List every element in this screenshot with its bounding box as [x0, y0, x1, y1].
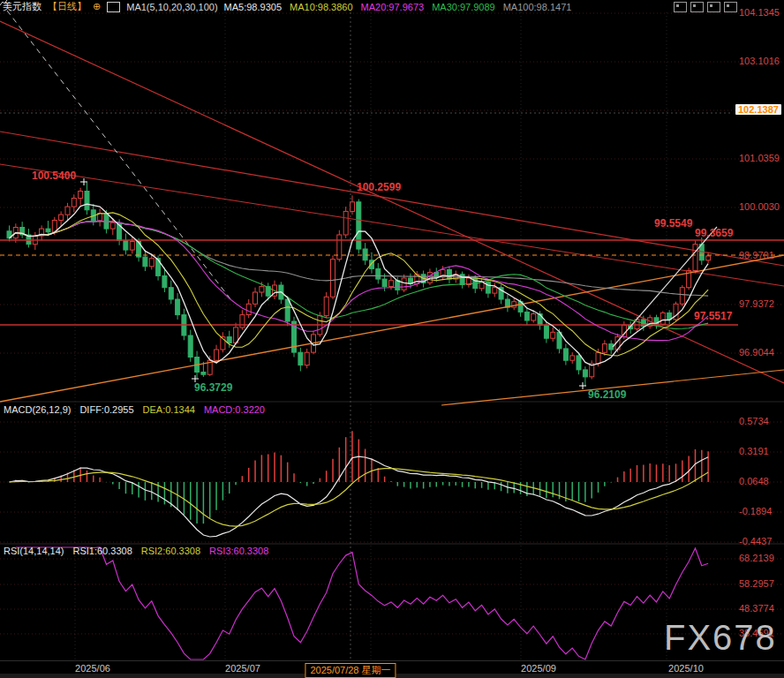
axis-value: 98.9701 — [739, 250, 774, 260]
date-label: 2025/09 — [521, 663, 556, 674]
rsi2-value: RSI2:60.3308 — [141, 546, 200, 556]
macd-value: MACD:0.3220 — [204, 404, 265, 415]
macd-diff-value: DIFF:0.2955 — [79, 404, 133, 415]
axis-value: 100.0030 — [739, 201, 780, 212]
axis-value: 58.2957 — [739, 578, 774, 589]
axis-value: 101.0359 — [739, 153, 780, 163]
window-layout-icons — [674, 2, 737, 12]
page-title: 美元指数 — [3, 0, 41, 13]
ma-settings-label[interactable]: MA1(5,10,20,30,100) — [126, 2, 217, 12]
axis-value: 68.2139 — [739, 553, 774, 563]
axis-value: 103.1016 — [739, 56, 780, 66]
ma10-legend: MA10:98.3860 — [290, 2, 353, 12]
price-annotation: 96.3729 — [194, 381, 232, 394]
date-axis: 2025/062025/072025/07/28 星期一2025/092025/… — [0, 660, 784, 674]
watermark: FX678 — [664, 618, 777, 658]
axis-value-highlighted: 102.1387 — [735, 104, 781, 115]
chart-header: 美元指数 【日线】 ⊕ MA1(5,10,20,30,100) MA5:98.9… — [0, 0, 784, 13]
rsi-legend: RSI(14,14,14) RSI1:60.3308 RSI2:60.3308 … — [4, 546, 268, 556]
price-annotation: 97.5517 — [694, 310, 732, 322]
add-icon[interactable]: ⊕ — [93, 2, 101, 11]
ma5-legend: MA5:98.9305 — [224, 2, 282, 12]
chart-canvas[interactable] — [0, 0, 784, 678]
rsi1-value: RSI1:60.3308 — [72, 546, 132, 556]
macd-dea-value: DEA:0.1344 — [143, 404, 195, 415]
axis-value: 0.5734 — [739, 416, 769, 426]
date-label: 2025/07 — [225, 663, 260, 674]
rsi3-value: RSI3:60.3308 — [209, 546, 268, 556]
price-annotation: 96.2109 — [588, 388, 626, 401]
date-label: 2025/10 — [668, 663, 704, 674]
date-label: 2025/06 — [75, 663, 110, 674]
axis-value: 96.9044 — [739, 347, 774, 358]
axis-value: 97.9372 — [739, 298, 774, 309]
layout-icon-3[interactable] — [707, 2, 720, 12]
ma-legend: MA5:98.9305MA10:98.3860MA20:97.9673MA30:… — [224, 2, 572, 12]
macd-name: MACD(26,12,9) — [4, 404, 71, 415]
chart-app: 美元指数 【日线】 ⊕ MA1(5,10,20,30,100) MA5:98.9… — [0, 0, 784, 678]
axis-value: -0.1894 — [739, 506, 772, 516]
period-label[interactable]: 【日线】 — [48, 0, 87, 13]
ma20-legend: MA20:97.9673 — [361, 2, 425, 12]
rsi-name: RSI(14,14,14) — [4, 546, 64, 556]
date-label-highlighted: 2025/07/28 星期一 — [305, 663, 396, 678]
ma100-legend: MA100:98.1471 — [503, 2, 572, 12]
price-annotation: 99.3659 — [695, 227, 733, 239]
macd-legend: MACD(26,12,9) DIFF:0.2955 DEA:0.1344 MAC… — [4, 404, 265, 415]
axis-value: 0.3191 — [739, 446, 769, 456]
layout-icon-1[interactable] — [674, 2, 687, 12]
price-annotation: 99.5549 — [654, 217, 692, 230]
ma30-legend: MA30:97.9089 — [432, 2, 495, 12]
axis-value: 48.3774 — [739, 603, 774, 614]
axis-value: -0.4437 — [739, 536, 772, 546]
axis-value: 0.0648 — [739, 476, 769, 486]
price-annotation: 100.5400 — [32, 170, 76, 182]
layout-icon-4[interactable] — [724, 2, 737, 12]
chart-type-icon[interactable] — [107, 2, 120, 12]
price-annotation: 100.2599 — [357, 181, 401, 193]
layout-icon-2[interactable] — [690, 2, 704, 12]
